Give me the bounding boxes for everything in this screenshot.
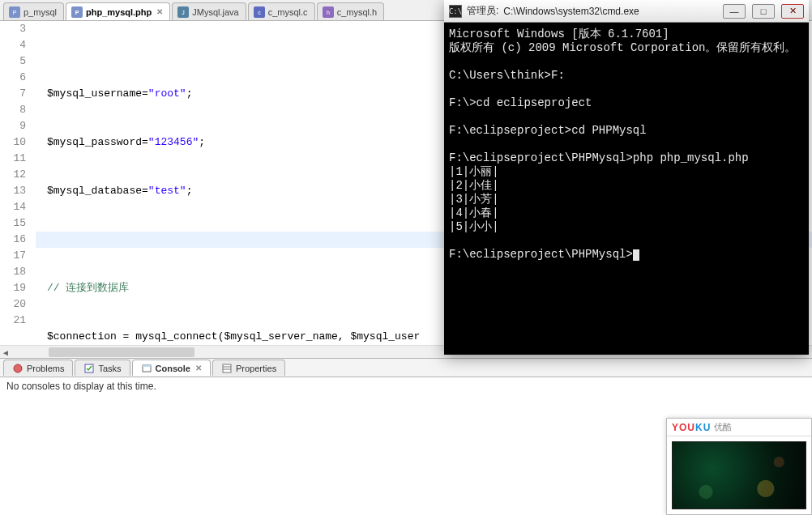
cmd-line: |2|小佳| xyxy=(449,179,499,192)
tab-problems[interactable]: Problems xyxy=(3,360,73,376)
php-icon: P xyxy=(71,6,83,18)
cmd-line: F:\eclipseproject\PHPMysql>php php_mysql… xyxy=(449,151,749,164)
properties-icon xyxy=(221,363,233,374)
youku-title: 优酷 xyxy=(714,421,732,433)
cmd-icon: C:\ xyxy=(449,5,462,18)
cmd-line: |4|小春| xyxy=(449,206,499,219)
cmd-title-path: C:\Windows\system32\cmd.exe xyxy=(503,6,639,17)
close-button[interactable]: ✕ xyxy=(781,4,804,19)
tab-tasks[interactable]: Tasks xyxy=(75,360,130,376)
problems-icon xyxy=(12,363,24,374)
tab-label: c_mysql.h xyxy=(337,7,378,17)
cmd-line: |1|小丽| xyxy=(449,165,499,178)
tab-label: p_mysql xyxy=(24,7,57,17)
svg-rect-14 xyxy=(223,364,231,372)
svg-point-10 xyxy=(14,364,22,372)
tab-c-mysql-h[interactable]: h c_mysql.h xyxy=(317,2,385,20)
cmd-cursor xyxy=(633,249,639,261)
minimize-button[interactable]: — xyxy=(723,4,746,19)
tab-label: JMysql.java xyxy=(192,7,238,17)
console-view: No consoles to display at this time. xyxy=(0,377,812,406)
btab-label: Tasks xyxy=(98,364,121,373)
cmd-line: F:\>cd eclipseproject xyxy=(449,96,592,109)
tab-label: php_mysql.php xyxy=(86,7,152,17)
scroll-left-arrow-icon[interactable]: ◄ xyxy=(0,347,11,358)
cmd-line: C:\Users\think>F: xyxy=(449,69,565,82)
svg-text:J: J xyxy=(182,10,186,15)
java-icon: J xyxy=(177,6,189,18)
tab-label: c_mysql.c xyxy=(268,7,308,17)
svg-text:h: h xyxy=(327,10,330,15)
tab-c-mysql-c[interactable]: c c_mysql.c xyxy=(248,2,315,20)
cmd-title-prefix: 管理员: xyxy=(467,4,498,18)
cmd-window[interactable]: C:\ 管理员: C:\Windows\system32\cmd.exe — □… xyxy=(444,0,809,355)
btab-label: Console xyxy=(156,364,190,373)
cmd-line: |5|小小| xyxy=(449,220,499,233)
btab-label: Properties xyxy=(236,364,276,373)
cmd-title-bar[interactable]: C:\ 管理员: C:\Windows\system32\cmd.exe — □… xyxy=(444,0,809,23)
youku-logo-icon: YOUKU xyxy=(672,422,711,433)
close-icon[interactable]: ✕ xyxy=(156,7,163,16)
cmd-line: 版权所有 (c) 2009 Microsoft Corporation。保留所有… xyxy=(449,41,796,54)
youku-widget[interactable]: YOUKU 优酷 xyxy=(666,418,812,515)
cmd-line: |3|小芳| xyxy=(449,193,499,206)
tab-p-mysql[interactable]: P p_mysql xyxy=(3,2,64,20)
h-icon: h xyxy=(323,6,334,18)
console-icon xyxy=(141,363,152,374)
youku-header: YOUKU 优酷 xyxy=(667,419,811,436)
svg-text:P: P xyxy=(75,10,79,15)
scroll-thumb[interactable] xyxy=(49,347,194,357)
maximize-button[interactable]: □ xyxy=(752,4,775,19)
cmd-line: F:\eclipseproject>cd PHPMysql xyxy=(449,124,647,137)
cmd-terminal-body[interactable]: Microsoft Windows [版本 6.1.7601] 版权所有 (c)… xyxy=(444,23,809,355)
tab-jmysql-java[interactable]: J JMysql.java xyxy=(172,2,246,20)
tasks-icon xyxy=(83,363,95,374)
cmd-line: F:\eclipseproject\PHPMysql> xyxy=(449,248,633,261)
line-number-gutter: 3 4 5 6 7 8 9 10 11 12 13 14 15 16 17 18… xyxy=(0,21,36,345)
svg-text:P: P xyxy=(13,10,17,15)
php-icon: P xyxy=(9,6,20,18)
console-status-text: No consoles to display at this time. xyxy=(6,381,156,392)
close-icon[interactable]: ✕ xyxy=(195,364,202,372)
btab-label: Problems xyxy=(27,364,64,373)
youku-video-thumbnail[interactable] xyxy=(672,441,806,509)
svg-rect-13 xyxy=(143,365,151,367)
tab-console[interactable]: Console ✕ xyxy=(132,360,211,376)
tab-properties[interactable]: Properties xyxy=(212,360,285,376)
svg-text:c: c xyxy=(258,10,261,15)
bottom-views-tabbar: Problems Tasks Console ✕ Properties xyxy=(0,358,812,377)
c-icon: c xyxy=(254,6,265,18)
tab-php-mysql-php[interactable]: P php_mysql.php ✕ xyxy=(66,2,170,20)
cmd-line: Microsoft Windows [版本 6.1.7601] xyxy=(449,28,669,40)
